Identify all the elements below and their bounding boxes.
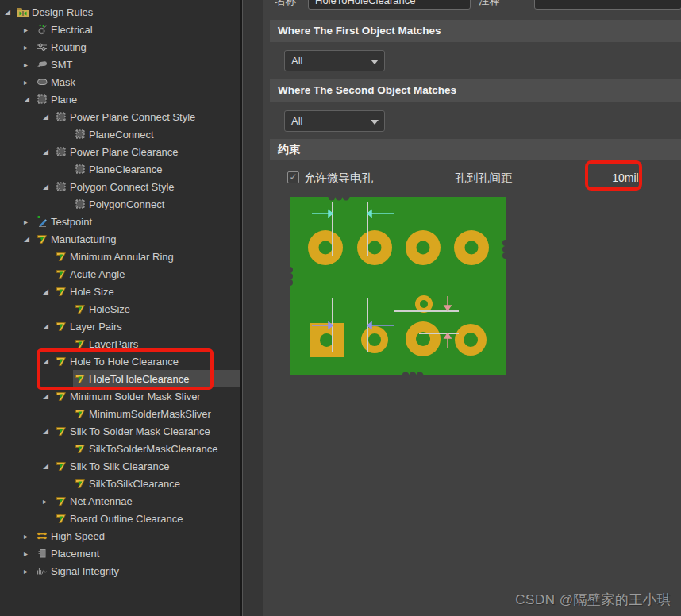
rule-icon [54, 391, 67, 402]
expand-arrow-icon[interactable]: ▸ [24, 532, 35, 541]
tree-item-power-plane-connect-style[interactable]: ◢Power Plane Connect Style [0, 108, 240, 125]
collapse-arrow-icon[interactable]: ◢ [43, 462, 54, 470]
rule-icon [73, 373, 87, 385]
tree-item-label: Power Plane Clearance [70, 146, 179, 158]
tree-item-label: Silk To Silk Clearance [70, 460, 169, 472]
tree-item-routing[interactable]: ▸Routing [0, 38, 240, 56]
rule-icon [54, 513, 67, 525]
tree-item-polygonconnect[interactable]: PolygonConnect [0, 195, 240, 213]
tree-item-layer-pairs[interactable]: ◢Layer Pairs [0, 318, 240, 335]
tree-item-minimum-solder-mask-sliver[interactable]: ◢Minimum Solder Mask Sliver [0, 387, 240, 405]
expand-arrow-icon[interactable]: ▸ [24, 218, 35, 226]
tree-item-board-outline-clearance[interactable]: Board Outline Clearance [0, 510, 240, 527]
panel-divider[interactable] [242, 0, 264, 616]
rule-icon [54, 460, 67, 472]
hole-to-hole-clearance-value[interactable]: 10mil [603, 167, 648, 189]
expand-arrow-icon[interactable]: ▸ [24, 78, 35, 87]
second-object-dropdown[interactable]: All [284, 110, 385, 132]
collapse-arrow-icon[interactable]: ◢ [43, 392, 54, 400]
tree-item-smt[interactable]: ▸SMT [0, 56, 240, 73]
smt-icon [35, 59, 48, 71]
rules-tree-panel: ◢Design Rules▸Electrical▸Routing▸SMT▸Mas… [0, 0, 242, 616]
collapse-arrow-icon[interactable]: ◢ [43, 148, 54, 156]
tree-item-hole-to-hole-clearance[interactable]: ◢Hole To Hole Clearance [0, 352, 240, 370]
plane-icon [54, 111, 67, 123]
rule-name-input[interactable] [308, 0, 471, 10]
tree-item-silk-to-silk-clearance[interactable]: ◢Silk To Silk Clearance [0, 457, 240, 475]
rule-editor-panel: 名称 注释 Where The First Object Matches All… [263, 0, 681, 616]
collapse-arrow-icon[interactable]: ◢ [43, 183, 54, 191]
constraints-section-header: 约束 [270, 139, 681, 160]
rule-icon [73, 408, 87, 420]
rules-folder-icon [16, 6, 29, 18]
tree-item-silk-to-solder-mask-clearance[interactable]: ◢Silk To Solder Mask Clearance [0, 422, 240, 440]
expand-arrow-icon[interactable]: ▸ [24, 567, 35, 576]
tree-item-label: Net Antennae [70, 495, 133, 507]
tree-item-polygon-connect-style[interactable]: ◢Polygon Connect Style [0, 178, 240, 195]
first-object-section-header: Where The First Object Matches [270, 20, 681, 42]
tree-item-planeclearance[interactable]: PlaneClearance [0, 160, 240, 178]
tree-item-label: Testpoint [51, 216, 92, 228]
tree-item-high-speed[interactable]: ▸High Speed [0, 527, 240, 545]
tree-item-testpoint[interactable]: ▸Testpoint [0, 213, 240, 230]
allow-microvia-checkbox[interactable]: ✓ [287, 171, 299, 183]
rule-icon [54, 286, 67, 298]
rule-comment-input[interactable] [534, 0, 681, 10]
tree-item-minimum-annular-ring[interactable]: Minimum Annular Ring [0, 248, 240, 265]
tree-item-signal-integrity[interactable]: ▸Signal Integrity [0, 562, 240, 579]
tree-item-minimumsoldermasksliver[interactable]: MinimumSolderMaskSliver [0, 405, 240, 422]
collapse-arrow-icon[interactable]: ◢ [43, 113, 54, 121]
tree-item-label: Layer Pairs [70, 321, 122, 333]
mask-icon [35, 76, 48, 88]
tree-item-label: Silk To Solder Mask Clearance [70, 425, 210, 437]
routing-icon [35, 41, 48, 53]
collapse-arrow-icon[interactable]: ◢ [24, 95, 35, 103]
tree-item-placement[interactable]: ▸Placement [0, 545, 240, 562]
collapse-arrow-icon[interactable]: ◢ [5, 8, 16, 16]
rule-icon [54, 268, 67, 280]
tree-item-label: Hole Size [70, 286, 114, 298]
tree-item-holesize[interactable]: HoleSize [0, 300, 240, 318]
expand-arrow-icon[interactable]: ▸ [24, 549, 35, 558]
tree-item-silktosilkclearance[interactable]: SilkToSilkClearance [0, 475, 240, 492]
collapse-arrow-icon[interactable]: ◢ [43, 322, 54, 330]
tree-item-label: Electrical [51, 24, 93, 36]
first-object-dropdown-value: All [291, 55, 302, 67]
tree-item-electrical[interactable]: ▸Electrical [0, 21, 240, 38]
tree-item-net-antennae[interactable]: ▸Net Antennae [0, 492, 240, 510]
collapse-arrow-icon[interactable]: ◢ [43, 427, 54, 435]
expand-arrow-icon[interactable]: ▸ [24, 60, 35, 69]
tree-item-acute-angle[interactable]: Acute Angle [0, 265, 240, 283]
collapse-arrow-icon[interactable]: ◢ [43, 357, 54, 365]
tree-item-label: SilkToSilkClearance [89, 478, 180, 490]
tree-item-plane[interactable]: ◢Plane [0, 90, 240, 108]
tree-item-power-plane-clearance[interactable]: ◢Power Plane Clearance [0, 143, 240, 160]
tree-item-planeconnect[interactable]: PlaneConnect [0, 125, 240, 143]
first-object-dropdown[interactable]: All [284, 50, 385, 71]
collapse-arrow-icon[interactable]: ◢ [24, 235, 35, 243]
collapse-arrow-icon[interactable]: ◢ [43, 287, 54, 295]
tree-item-design-rules[interactable]: ◢Design Rules [0, 3, 240, 21]
plane-icon [73, 198, 87, 210]
rule-header-row: 名称 注释 [263, 0, 681, 11]
plane-icon [54, 146, 67, 158]
tree-item-holetoholeclearance[interactable]: HoleToHoleClearance [0, 370, 240, 387]
tree-item-silktosoldermaskclearance[interactable]: SilkToSolderMaskClearance [0, 440, 240, 457]
expand-arrow-icon[interactable]: ▸ [24, 25, 35, 34]
rule-icon [35, 233, 48, 245]
tree-item-hole-size[interactable]: ◢Hole Size [0, 283, 240, 300]
tree-item-label: PlaneConnect [89, 129, 154, 141]
expand-arrow-icon[interactable]: ▸ [43, 497, 54, 506]
tree-item-mask[interactable]: ▸Mask [0, 73, 240, 90]
tree-item-label: Power Plane Connect Style [70, 111, 195, 123]
tree-item-label: HoleSize [89, 303, 130, 315]
tree-item-label: PlaneClearance [89, 164, 163, 175]
constraint-row: ✓ 允许微导电孔 孔到孔间距 10mil [287, 167, 681, 189]
tree-item-label: Minimum Annular Ring [70, 251, 174, 263]
tree-item-laverpairs[interactable]: LaverPairs [0, 335, 240, 352]
testpoint-icon [35, 216, 48, 228]
expand-arrow-icon[interactable]: ▸ [24, 43, 35, 52]
tree-item-label: Acute Angle [70, 268, 125, 280]
design-rules-window: ◢Design Rules▸Electrical▸Routing▸SMT▸Mas… [0, 0, 681, 616]
tree-item-manufacturing[interactable]: ◢Manufacturing [0, 230, 240, 248]
